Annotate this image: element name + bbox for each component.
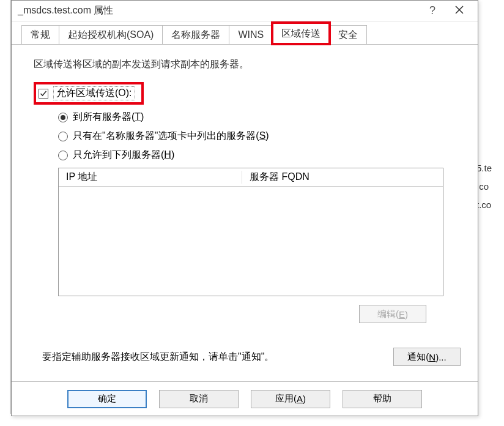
ok-button[interactable]: 确定 <box>67 390 147 408</box>
radio-input[interactable] <box>58 151 68 160</box>
description-text: 区域传送将区域的副本发送到请求副本的服务器。 <box>34 58 461 71</box>
bg-text-2: .co <box>476 177 504 196</box>
tab-label: 常规 <box>31 29 50 42</box>
edit-button: 编辑(E) <box>359 305 426 323</box>
tab-label: 起始授权机构(SOA) <box>68 29 154 42</box>
help-icon[interactable]: ? <box>420 4 445 17</box>
titlebar: _msdcs.test.com 属性 ? <box>12 1 478 21</box>
radio-input[interactable] <box>58 113 68 122</box>
radio-label: 只有在"名称服务器"选项卡中列出的服务器(S) <box>73 130 269 143</box>
tab-security[interactable]: 安全 <box>329 25 367 44</box>
notify-button[interactable]: 通知(N)... <box>393 348 461 366</box>
radio-all-servers[interactable]: 到所有服务器(T) <box>58 111 461 124</box>
radio-group: 到所有服务器(T) 只有在"名称服务器"选项卡中列出的服务器(S) 只允许到下列… <box>58 111 461 162</box>
checkmark-icon <box>40 90 47 97</box>
apply-button[interactable]: 应用(A) <box>251 390 330 408</box>
radio-label: 到所有服务器(T) <box>73 111 144 124</box>
tab-label: 安全 <box>338 29 358 42</box>
table-header: IP 地址 服务器 FQDN <box>59 168 443 187</box>
tab-strip: 常规 起始授权机构(SOA) 名称服务器 WINS 区域传送 安全 <box>12 21 478 45</box>
window-title: _msdcs.test.com 属性 <box>18 4 420 17</box>
tab-content: 区域传送将区域的副本发送到请求副本的服务器。 允许区域传送(O): 到所有服务器… <box>12 45 478 381</box>
server-list-table: IP 地址 服务器 FQDN <box>58 168 443 296</box>
bg-text-1: 5.te <box>476 159 504 177</box>
tab-zone-transfer[interactable]: 区域传送 <box>272 23 330 44</box>
allow-transfer-checkbox[interactable] <box>39 89 48 99</box>
notify-description: 要指定辅助服务器接收区域更新通知，请单击"通知"。 <box>42 351 375 364</box>
radio-ns-tab-servers[interactable]: 只有在"名称服务器"选项卡中列出的服务器(S) <box>58 130 461 143</box>
tab-wins[interactable]: WINS <box>229 25 273 44</box>
tab-soa[interactable]: 起始授权机构(SOA) <box>59 25 163 44</box>
notify-row: 要指定辅助服务器接收区域更新通知，请单击"通知"。 通知(N)... <box>42 348 461 366</box>
background-right-fragment: 5.te .co t.co <box>476 0 504 426</box>
tab-label: WINS <box>238 29 264 40</box>
allow-transfer-row[interactable]: 允许区域传送(O): <box>36 84 141 102</box>
tab-name-servers[interactable]: 名称服务器 <box>162 25 229 44</box>
close-button[interactable] <box>445 2 474 20</box>
bg-text-3: t.co <box>476 196 504 214</box>
dialog-footer: 确定 取消 应用(A) 帮助 <box>12 381 478 416</box>
cancel-button[interactable]: 取消 <box>159 390 239 408</box>
radio-following-servers[interactable]: 只允许到下列服务器(H) <box>58 149 461 162</box>
tab-label: 区域传送 <box>281 28 321 40</box>
edit-button-row: 编辑(E) <box>34 305 426 323</box>
column-ip-address: IP 地址 <box>59 171 242 184</box>
tab-label: 名称服务器 <box>171 29 220 42</box>
background-left-strip <box>0 0 11 426</box>
allow-transfer-label: 允许区域传送(O): <box>53 86 135 100</box>
column-server-fqdn: 服务器 FQDN <box>242 171 443 184</box>
help-button[interactable]: 帮助 <box>343 390 422 408</box>
close-icon <box>455 6 464 14</box>
radio-input[interactable] <box>58 132 68 141</box>
tab-general[interactable]: 常规 <box>21 25 59 44</box>
allow-transfer-highlight: 允许区域传送(O): <box>34 82 144 105</box>
properties-dialog: _msdcs.test.com 属性 ? 常规 起始授权机构(SOA) 名称服务… <box>11 0 478 416</box>
radio-label: 只允许到下列服务器(H) <box>73 149 174 162</box>
